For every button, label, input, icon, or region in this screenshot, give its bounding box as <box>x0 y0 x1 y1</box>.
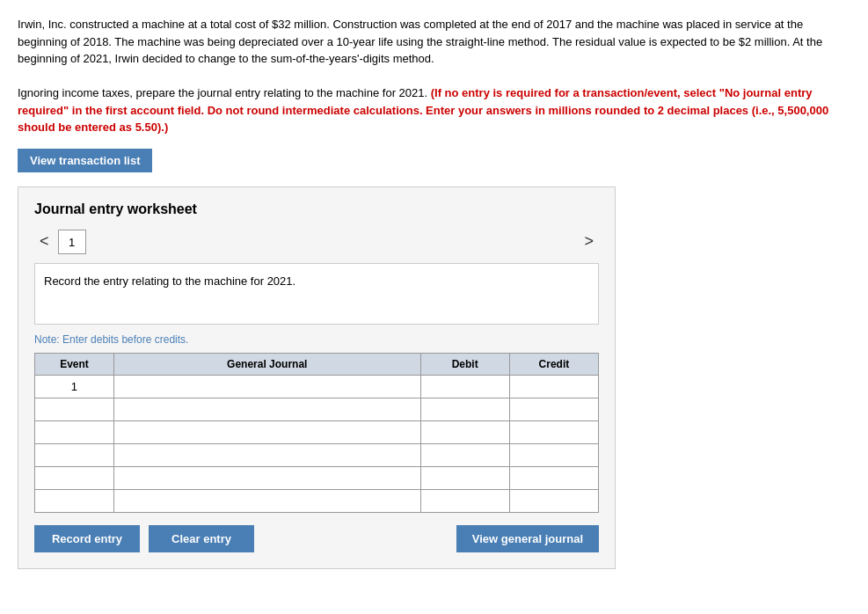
debit-cell[interactable] <box>420 466 509 489</box>
journal-entry-worksheet: Journal entry worksheet < 1 > Record the… <box>18 186 616 569</box>
col-header-event: Event <box>35 353 114 375</box>
worksheet-nav: < 1 > <box>34 230 599 254</box>
debit-input[interactable] <box>421 490 509 512</box>
transaction-description: Record the entry relating to the machine… <box>34 263 599 325</box>
intro-paragraph2: Ignoring income taxes, prepare the journ… <box>18 84 850 136</box>
credit-cell[interactable] <box>509 466 598 489</box>
debit-input[interactable] <box>421 421 509 443</box>
debit-input[interactable] <box>421 376 509 398</box>
event-cell <box>35 398 114 420</box>
event-cell <box>35 420 114 443</box>
credit-input[interactable] <box>510 421 598 443</box>
debit-input[interactable] <box>421 467 509 489</box>
credit-cell[interactable] <box>509 420 598 443</box>
general-journal-input[interactable] <box>114 398 420 420</box>
credit-cell[interactable] <box>509 398 598 420</box>
general-journal-cell[interactable] <box>113 398 420 420</box>
general-journal-cell[interactable] <box>113 375 420 398</box>
worksheet-title: Journal entry worksheet <box>34 201 599 217</box>
general-journal-cell[interactable] <box>113 489 420 512</box>
col-header-credit: Credit <box>509 353 598 375</box>
col-header-general-journal: General Journal <box>113 353 420 375</box>
event-cell: 1 <box>35 375 114 398</box>
debit-input[interactable] <box>421 398 509 420</box>
credit-input[interactable] <box>510 376 598 398</box>
general-journal-input[interactable] <box>114 467 420 489</box>
debit-cell[interactable] <box>420 375 509 398</box>
credit-input[interactable] <box>510 444 598 466</box>
intro-paragraph2-normal: Ignoring income taxes, prepare the journ… <box>18 86 431 99</box>
table-row <box>35 420 599 443</box>
clear-entry-button[interactable]: Clear entry <box>149 525 254 552</box>
table-row <box>35 466 599 489</box>
credit-input[interactable] <box>510 467 598 489</box>
event-cell <box>35 489 114 512</box>
intro-paragraph1: Irwin, Inc. constructed a machine at a t… <box>18 16 850 68</box>
general-journal-input[interactable] <box>114 444 420 466</box>
general-journal-cell[interactable] <box>113 443 420 466</box>
general-journal-cell[interactable] <box>113 466 420 489</box>
table-row: 1 <box>35 375 599 398</box>
view-transaction-button[interactable]: View transaction list <box>18 149 152 172</box>
debit-cell[interactable] <box>420 489 509 512</box>
prev-page-button[interactable]: < <box>34 230 55 252</box>
debit-cell[interactable] <box>420 443 509 466</box>
credit-cell[interactable] <box>509 443 598 466</box>
general-journal-input[interactable] <box>114 490 420 512</box>
event-cell <box>35 443 114 466</box>
general-journal-input[interactable] <box>114 421 420 443</box>
action-buttons: Record entry Clear entry View general jo… <box>34 525 599 552</box>
table-row <box>35 489 599 512</box>
credit-input[interactable] <box>510 490 598 512</box>
credit-cell[interactable] <box>509 375 598 398</box>
debit-cell[interactable] <box>420 398 509 420</box>
table-row <box>35 443 599 466</box>
journal-table: Event General Journal Debit Credit 1 <box>34 353 599 513</box>
credit-input[interactable] <box>510 398 598 420</box>
general-journal-input[interactable] <box>114 376 420 398</box>
table-row <box>35 398 599 420</box>
debit-input[interactable] <box>421 444 509 466</box>
record-entry-button[interactable]: Record entry <box>34 525 140 552</box>
debit-cell[interactable] <box>420 420 509 443</box>
next-page-button[interactable]: > <box>579 230 599 252</box>
event-cell <box>35 466 114 489</box>
view-general-journal-button[interactable]: View general journal <box>456 525 599 552</box>
col-header-debit: Debit <box>420 353 509 375</box>
general-journal-cell[interactable] <box>113 420 420 443</box>
page-number: 1 <box>58 230 86 254</box>
debit-credit-note: Note: Enter debits before credits. <box>34 333 599 346</box>
intro-section: Irwin, Inc. constructed a machine at a t… <box>18 16 850 136</box>
credit-cell[interactable] <box>509 489 598 512</box>
